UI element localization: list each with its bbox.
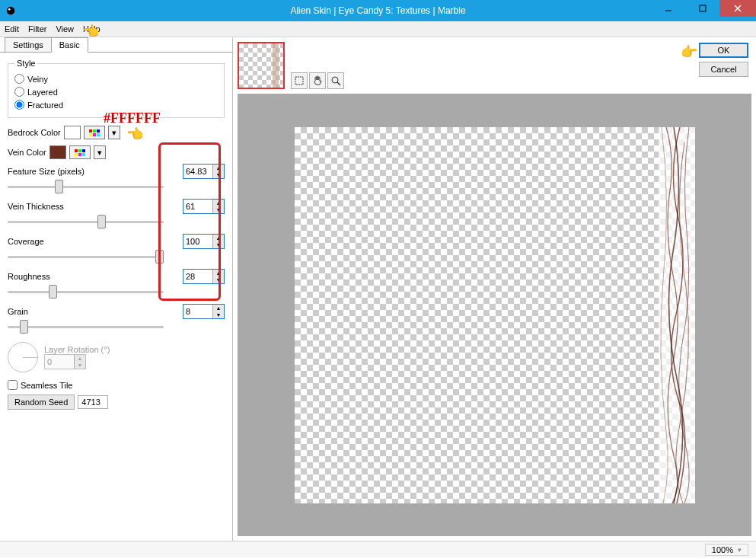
pointer-annotation-icon: 👈 — [126, 126, 143, 142]
coverage-slider[interactable] — [8, 251, 164, 263]
svg-rect-3 — [700, 5, 706, 11]
vein-label: Vein Color — [8, 148, 46, 157]
vein-palette-button[interactable] — [69, 145, 91, 159]
roughness-spinner[interactable]: ▲▼ — [183, 269, 225, 284]
menu-filter[interactable]: Filter — [28, 24, 46, 34]
roughness-label: Roughness — [8, 272, 50, 281]
seed-input[interactable] — [78, 395, 108, 409]
feature-size-spinner[interactable]: ▲▼ — [183, 164, 225, 179]
grain-slider[interactable] — [8, 321, 164, 333]
preview-canvas[interactable] — [295, 127, 695, 503]
maximize-button[interactable] — [685, 0, 719, 17]
svg-point-7 — [332, 77, 338, 83]
menubar: Edit Filter View Help 👈 — [0, 21, 756, 37]
grain-label: Grain — [8, 307, 28, 316]
svg-point-1 — [8, 8, 11, 11]
radio-veiny[interactable]: Veiny — [14, 72, 218, 85]
radio-layered[interactable]: Layered — [14, 85, 218, 98]
close-button[interactable] — [719, 0, 756, 17]
menu-edit[interactable]: Edit — [5, 24, 19, 34]
roughness-slider[interactable] — [8, 286, 164, 298]
coverage-label: Coverage — [8, 237, 44, 246]
tab-settings[interactable]: Settings — [5, 37, 52, 53]
bedrock-palette-button[interactable] — [84, 126, 105, 139]
radio-fractured[interactable]: Fractured — [14, 98, 218, 111]
feature-size-slider[interactable] — [8, 180, 164, 193]
pointer-annotation-icon: 👉 — [681, 43, 697, 60]
titlebar: Alien Skin | Eye Candy 5: Textures | Mar… — [0, 0, 756, 21]
hand-tool-button[interactable] — [309, 72, 326, 89]
preview-area — [238, 94, 751, 536]
tab-basic[interactable]: Basic — [51, 37, 88, 53]
bedrock-label: Bedrock Color — [8, 128, 61, 137]
ok-button[interactable]: OK — [699, 43, 748, 58]
select-tool-button[interactable] — [291, 72, 308, 89]
marble-vein-render — [659, 127, 695, 503]
svg-point-0 — [7, 7, 15, 15]
feature-size-label: Feature Size (pixels) — [8, 167, 85, 176]
zoom-indicator[interactable]: 100% ▾ — [705, 544, 748, 556]
app-icon — [5, 5, 17, 17]
random-seed-button[interactable]: Random Seed — [8, 394, 75, 410]
preview-thumbnail[interactable] — [238, 42, 285, 89]
vein-dropdown-button[interactable]: ▾ — [94, 145, 106, 159]
grain-spinner[interactable]: ▲▼ — [183, 304, 225, 319]
minimize-button[interactable] — [651, 0, 685, 17]
cancel-button[interactable]: Cancel — [699, 62, 748, 77]
seamless-tile-checkbox[interactable]: Seamless Tile — [8, 380, 225, 390]
bedrock-dropdown-button[interactable]: ▾ — [108, 126, 120, 139]
style-legend: Style — [14, 59, 37, 68]
bedrock-swatch[interactable] — [64, 126, 81, 139]
vein-thickness-spinner[interactable]: ▲▼ — [183, 199, 225, 214]
zoom-tool-button[interactable] — [327, 72, 344, 89]
menu-view[interactable]: View — [56, 24, 74, 34]
chevron-down-icon: ▾ — [738, 546, 742, 554]
coverage-spinner[interactable]: ▲▼ — [183, 234, 225, 249]
window-title: Alien Skin | Eye Candy 5: Textures | Mar… — [0, 5, 756, 16]
right-panel: 👉 OK Cancel — [233, 37, 756, 541]
vein-thickness-slider[interactable] — [8, 216, 164, 228]
statusbar: 100% ▾ — [0, 541, 756, 557]
vein-thickness-label: Vein Thickness — [8, 202, 64, 211]
svg-line-8 — [337, 82, 340, 85]
svg-rect-6 — [295, 77, 303, 85]
left-panel: Settings Basic Style Veiny Layered Fract… — [0, 37, 233, 541]
rotation-dial — [8, 342, 38, 372]
rotation-label: Layer Rotation (°) — [44, 345, 110, 354]
vein-swatch[interactable] — [49, 145, 66, 159]
rotation-spinner: ▲▼ — [44, 354, 86, 369]
style-group: Style Veiny Layered Fractured — [8, 59, 225, 118]
